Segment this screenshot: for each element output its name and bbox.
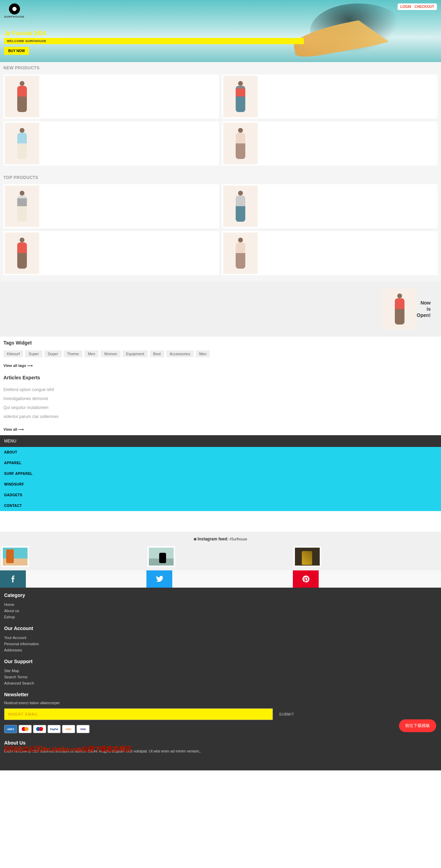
footer-link[interactable]: About us: [4, 608, 437, 614]
menu-item[interactable]: GADGETS: [0, 490, 441, 500]
product-card[interactable]: [3, 184, 219, 228]
footer-category-title: Category: [4, 592, 437, 598]
checkout-link[interactable]: CHECKOUT: [414, 5, 434, 9]
maestro-icon: [33, 725, 46, 733]
pinterest-button[interactable]: [293, 570, 319, 588]
tag-item[interactable]: Women: [101, 350, 121, 357]
article-link[interactable]: videntur parum clar sollemnes: [3, 412, 438, 421]
footer-support-title: Our Support: [4, 659, 437, 664]
article-list: Eleifend option congue nihilInvestigatio…: [3, 385, 438, 421]
feature-banner: Now is Open!: [0, 281, 441, 337]
new-products-section: NEW PRODUCTS: [0, 62, 441, 172]
instagram-image[interactable]: [1, 546, 29, 567]
tag-item[interactable]: Equipment: [123, 350, 148, 357]
product-card[interactable]: [222, 74, 438, 119]
hero-welcome: WELCOME SURFHOUSE: [4, 38, 304, 44]
newsletter-submit-button[interactable]: SUBMIT: [276, 708, 298, 720]
facebook-button[interactable]: [0, 570, 26, 588]
tag-item[interactable]: Theme: [64, 350, 82, 357]
menu-list: ABOUTAPPARELSURF APPARELWINDSURFGADGETSC…: [0, 447, 441, 511]
tag-item[interactable]: Duper: [44, 350, 62, 357]
tag-item[interactable]: Best: [150, 350, 164, 357]
amex-icon: AMEX: [4, 725, 17, 733]
buy-now-button[interactable]: BUY NOW: [4, 47, 29, 55]
logo-icon: [9, 3, 20, 14]
feature-text: Now is Open!: [417, 300, 438, 319]
logo-text: SURFHOUSE: [4, 15, 24, 18]
articles-widget: Articles Experts Eleifend option congue …: [0, 371, 441, 435]
view-all-articles-link[interactable]: View all ⟶: [3, 427, 438, 432]
footer-link[interactable]: Advanced Search: [4, 680, 437, 686]
section-title: TOP PRODUCTS: [3, 175, 438, 180]
product-card[interactable]: [222, 121, 438, 166]
menu-item[interactable]: ABOUT: [0, 447, 441, 458]
tag-list: KitesurfSuperDuperThemeMenWomenEquipment…: [3, 350, 438, 357]
mastercard-icon: [19, 725, 32, 733]
tag-item[interactable]: Super: [25, 350, 42, 357]
article-link[interactable]: Qui sequitur mutationem: [3, 403, 438, 412]
article-link[interactable]: Eleifend option congue nihil: [3, 385, 438, 394]
facebook-icon: [10, 576, 17, 582]
instagram-feed: [0, 546, 441, 570]
article-link[interactable]: Investigationes demonst: [3, 394, 438, 403]
instagram-icon: ◙: [194, 537, 198, 541]
paypal-icon: PayPal: [48, 725, 61, 733]
hero-banner: SURFHOUSE LOGIN CHECKOUT Jp Funride 2014…: [0, 0, 441, 62]
section-title: NEW PRODUCTS: [3, 66, 438, 70]
tag-item[interactable]: Accessories: [166, 350, 194, 357]
footer-account-title: Our Account: [4, 626, 437, 631]
menu-header[interactable]: MENU: [0, 435, 441, 447]
product-card[interactable]: [3, 74, 219, 119]
watermark-text: 访问仙鸟社区bbs.xienlao.com免费下载更多网页: [4, 745, 132, 753]
hero-title: Jp Funride 2014: [4, 30, 304, 37]
newsletter-desc: Nostrud exerci tation ullamcorper: [4, 701, 437, 705]
social-row: [0, 570, 441, 588]
discover-icon: DISC: [62, 725, 75, 733]
menu-item[interactable]: CONTACT: [0, 500, 441, 511]
newsletter-input[interactable]: [4, 708, 273, 720]
tag-item[interactable]: Men: [196, 350, 210, 357]
instagram-image[interactable]: [294, 546, 321, 567]
footer-link[interactable]: Addresses: [4, 647, 437, 653]
tag-item[interactable]: Men: [84, 350, 99, 357]
instagram-image[interactable]: [147, 546, 175, 567]
widget-title: Articles Experts: [3, 375, 438, 380]
footer-link[interactable]: Search Terms: [4, 674, 437, 680]
menu-item[interactable]: APPAREL: [0, 458, 441, 468]
payment-icons: AMEX PayPal DISC VISA: [4, 725, 437, 733]
menu-item[interactable]: SURF APPAREL: [0, 468, 441, 479]
product-card[interactable]: [222, 184, 438, 228]
footer-link[interactable]: Site Map: [4, 668, 437, 674]
product-card[interactable]: [3, 121, 219, 166]
tags-widget: Tags Widget KitesurfSuperDuperThemeMenWo…: [0, 337, 441, 371]
pinterest-icon: [302, 576, 309, 582]
top-products-section: TOP PRODUCTS: [0, 172, 441, 281]
twitter-icon: [156, 576, 163, 582]
footer-link[interactable]: Eshop: [4, 614, 437, 620]
tag-item[interactable]: Kitesurf: [3, 350, 23, 357]
login-link[interactable]: LOGIN: [400, 5, 411, 9]
twitter-button[interactable]: [146, 570, 172, 588]
footer-newsletter-title: Newsletter: [4, 692, 437, 697]
footer-link[interactable]: Your Account: [4, 635, 437, 641]
topbar: LOGIN CHECKOUT: [398, 3, 437, 10]
download-template-button[interactable]: 前往下载模板: [399, 719, 436, 732]
view-all-tags-link[interactable]: View all tags ⟶: [3, 363, 438, 368]
product-card[interactable]: [222, 231, 438, 275]
visa-icon: VISA: [76, 725, 90, 733]
footer-link[interactable]: Home: [4, 601, 437, 608]
hero-content: Jp Funride 2014 WELCOME SURFHOUSE BUY NO…: [4, 30, 304, 55]
menu-item[interactable]: WINDSURF: [0, 479, 441, 490]
footer-link[interactable]: Personal information: [4, 641, 437, 647]
footer: Category HomeAbout usEshop Our Account Y…: [0, 588, 441, 770]
instagram-header: ◙ Instagram feed: #Surfhouse: [0, 532, 441, 546]
widget-title: Tags Widget: [3, 340, 438, 346]
feature-image: [382, 288, 417, 330]
product-card[interactable]: [3, 231, 219, 275]
logo[interactable]: SURFHOUSE: [4, 3, 24, 18]
